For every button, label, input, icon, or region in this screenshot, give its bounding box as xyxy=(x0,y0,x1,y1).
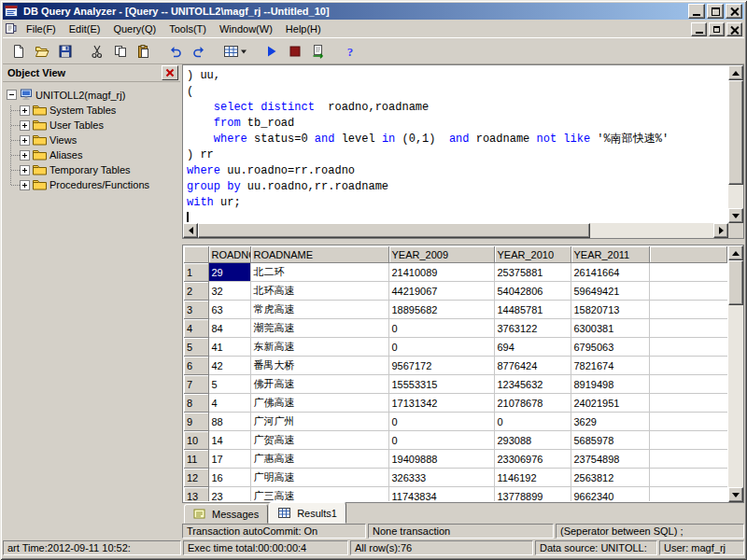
cell[interactable]: 佛开高速 xyxy=(250,375,388,394)
titlebar-maximize-button[interactable] xyxy=(707,4,724,19)
cell[interactable]: 北环高速 xyxy=(250,282,388,301)
scroll-up-button[interactable] xyxy=(728,65,743,80)
column-header-roadno[interactable]: ROADNO xyxy=(208,246,250,263)
cell[interactable]: 23754898 xyxy=(571,450,649,469)
cell[interactable]: 8919498 xyxy=(571,375,649,394)
undo-icon[interactable] xyxy=(164,40,187,62)
row-number-cell[interactable]: 1 xyxy=(184,263,208,282)
cell[interactable]: 23306976 xyxy=(494,450,571,469)
tree-item-temporary-tables[interactable]: Temporary Tables xyxy=(7,162,178,177)
cell[interactable]: 13778899 xyxy=(494,487,571,502)
cell[interactable]: 16 xyxy=(208,469,250,487)
column-header-year-2011[interactable]: YEAR_2011 xyxy=(571,246,649,263)
scrollbar-thumb[interactable] xyxy=(728,80,743,185)
result-grid-dropdown[interactable] xyxy=(219,40,251,62)
menu-tools[interactable]: Tools(T) xyxy=(162,21,213,36)
cell[interactable]: 4 xyxy=(208,394,250,413)
tree-item-views[interactable]: Views xyxy=(7,133,178,147)
cell[interactable]: 番禺大桥 xyxy=(250,357,388,375)
expand-icon[interactable] xyxy=(20,135,30,146)
column-header-year-2010[interactable]: YEAR_2010 xyxy=(494,246,571,263)
cell[interactable]: 63 xyxy=(208,301,250,319)
row-number-cell[interactable]: 7 xyxy=(184,375,208,394)
cell[interactable]: 14 xyxy=(208,431,250,450)
tab-messages[interactable]: Messages xyxy=(184,504,268,524)
cell[interactable]: 广河广州 xyxy=(250,413,388,431)
titlebar-minimize-button[interactable] xyxy=(688,4,705,19)
row-number-cell[interactable]: 11 xyxy=(184,450,208,469)
scroll-left-button[interactable] xyxy=(183,223,198,238)
menu-help[interactable]: Help(H) xyxy=(279,21,328,36)
cell[interactable]: 北二环 xyxy=(250,263,388,282)
cell[interactable]: 15820713 xyxy=(571,301,649,319)
menu-query[interactable]: Query(Q) xyxy=(106,21,162,36)
scroll-down-button[interactable] xyxy=(728,487,743,502)
redo-icon[interactable] xyxy=(188,40,210,62)
cell[interactable]: 0 xyxy=(388,338,494,357)
cell[interactable]: 84 xyxy=(208,319,250,338)
titlebar-close-button[interactable] xyxy=(726,4,742,19)
stop-execution-icon[interactable] xyxy=(284,40,306,62)
cell[interactable]: 15553315 xyxy=(388,375,494,394)
cell[interactable]: 54042806 xyxy=(494,282,571,301)
row-number-cell[interactable]: 12 xyxy=(184,469,208,487)
cell[interactable]: 12345632 xyxy=(494,375,571,394)
tree-item-aliases[interactable]: Aliases xyxy=(7,147,178,162)
cell[interactable]: 广佛高速 xyxy=(250,394,388,413)
cell[interactable]: 21410089 xyxy=(388,263,494,282)
grid-vertical-scrollbar[interactable] xyxy=(728,245,743,502)
row-number-cell[interactable]: 2 xyxy=(184,282,208,301)
sql-editor[interactable]: ) uu,( select distinct roadno,roadname f… xyxy=(184,66,727,222)
row-number-cell[interactable]: 6 xyxy=(184,357,208,375)
cell[interactable]: 广贺高速 xyxy=(250,431,388,450)
tree-item-procedures-functions[interactable]: Procedures/Functions xyxy=(7,177,178,192)
cell[interactable]: 17 xyxy=(208,450,250,469)
export-result-icon[interactable] xyxy=(307,40,330,62)
cell[interactable]: 5 xyxy=(208,375,250,394)
scroll-down-button[interactable] xyxy=(728,208,743,223)
menu-window[interactable]: Window(W) xyxy=(213,21,279,36)
cell[interactable]: 32 xyxy=(208,282,250,301)
cell[interactable]: 9567172 xyxy=(388,357,494,375)
column-header-year-2009[interactable]: YEAR_2009 xyxy=(388,246,494,263)
editor-horizontal-scrollbar[interactable] xyxy=(183,223,728,238)
title-bar[interactable]: DB Query Analyzer - [Query -- UNITOLL2\m… xyxy=(3,3,744,20)
row-number-cell[interactable]: 4 xyxy=(184,319,208,338)
new-query-icon[interactable] xyxy=(7,40,30,62)
cell[interactable]: 9662340 xyxy=(571,487,649,502)
paste-icon[interactable] xyxy=(133,40,155,62)
cell[interactable]: 694 xyxy=(494,338,571,357)
expand-icon[interactable] xyxy=(20,165,30,175)
cell[interactable]: 293088 xyxy=(494,431,571,450)
row-number-cell[interactable]: 3 xyxy=(184,301,208,319)
cell[interactable]: 6795063 xyxy=(571,338,649,357)
cell[interactable]: 0 xyxy=(388,413,494,431)
expand-icon[interactable] xyxy=(20,150,30,161)
collapse-icon[interactable] xyxy=(7,90,17,100)
open-file-icon[interactable] xyxy=(31,40,53,62)
cell[interactable]: 41 xyxy=(208,338,250,357)
cell[interactable]: 0 xyxy=(388,319,494,338)
object-view-close-button[interactable] xyxy=(162,65,178,80)
cut-icon[interactable] xyxy=(86,40,108,62)
tab-results1[interactable]: Results1 xyxy=(269,502,346,524)
row-header-corner[interactable] xyxy=(184,246,208,263)
scrollbar-thumb[interactable] xyxy=(728,260,743,305)
document-icon[interactable] xyxy=(5,22,17,35)
cell[interactable]: 25375881 xyxy=(494,263,571,282)
cell[interactable]: 5685978 xyxy=(571,431,649,450)
cell[interactable]: 潮莞高速 xyxy=(250,319,388,338)
cell[interactable]: 59649421 xyxy=(571,282,649,301)
cell[interactable]: 42 xyxy=(208,357,250,375)
cell[interactable]: 326333 xyxy=(388,469,494,487)
cell[interactable]: 24021951 xyxy=(571,394,649,413)
cell[interactable]: 3763122 xyxy=(494,319,571,338)
cell[interactable]: 21078678 xyxy=(494,394,571,413)
menu-edit[interactable]: Edit(E) xyxy=(63,21,107,36)
row-number-cell[interactable]: 13 xyxy=(184,487,208,502)
cell[interactable]: 3629 xyxy=(571,413,649,431)
cell[interactable]: 17131342 xyxy=(388,394,494,413)
row-number-cell[interactable]: 8 xyxy=(184,394,208,413)
expand-icon[interactable] xyxy=(20,120,30,131)
cell[interactable]: 18895682 xyxy=(388,301,494,319)
